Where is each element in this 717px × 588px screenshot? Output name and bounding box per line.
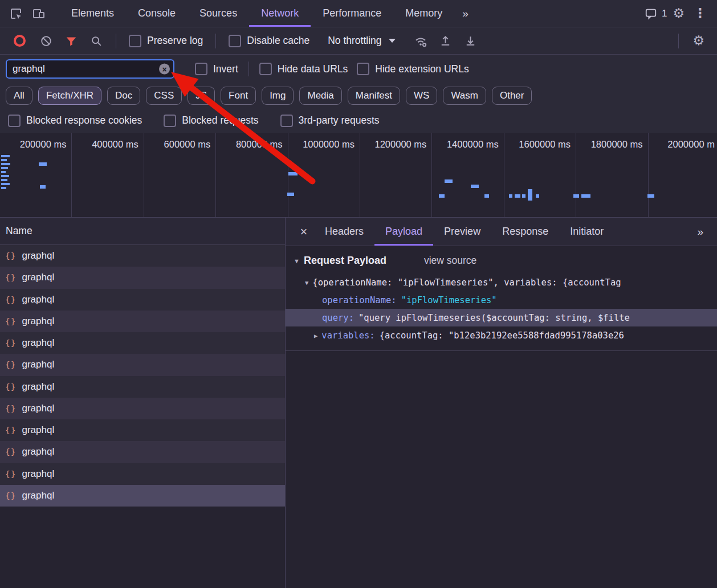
hide-data-urls-checkbox[interactable]: Hide data URLs [259,63,348,75]
devtools-tab[interactable]: Console [126,0,188,27]
type-filter-chip[interactable]: JS [188,87,215,105]
hide-extension-urls-checkbox[interactable]: Hide extension URLs [357,63,469,75]
payload-root-preview: {operationName: "ipFlowTimeseries", vari… [312,277,621,288]
preserve-log-checkbox[interactable]: Preserve log [129,35,203,47]
request-name: graphql [22,468,54,480]
request-row[interactable]: {} graphql [0,485,285,507]
devtools-tab[interactable]: Sources [188,0,249,27]
blocked-requests-checkbox[interactable]: Blocked requests [164,115,258,127]
clear-filter-icon[interactable]: × [159,64,170,75]
type-filter-chip[interactable]: WS [406,87,437,105]
request-payload-header: ▼ Request Payload view source [286,246,717,267]
fetch-xhr-icon: {} [5,404,16,413]
request-list: {} graphql {} graphql {} graphql {} grap… [0,245,285,588]
disable-cache-checkbox[interactable]: Disable cache [229,35,309,47]
payload-operation-name-line[interactable]: operationName: "ipFlowTimeseries" [286,291,717,309]
more-details-tabs-icon[interactable]: » [697,226,717,238]
request-row[interactable]: {} graphql [0,398,285,419]
type-filter-chip[interactable]: Img [262,87,294,105]
inspect-element-icon[interactable] [5,2,27,25]
settings-gear-icon[interactable]: ⚙ [673,7,685,20]
filter-input[interactable] [6,59,174,79]
type-filter-chip[interactable]: Font [221,87,256,105]
type-filter-chip[interactable]: Media [299,87,341,105]
request-row[interactable]: {} graphql [0,267,285,288]
type-filter-chip[interactable]: Other [492,87,532,105]
devtools-tab[interactable]: Performance [311,0,393,27]
resource-type-filters: AllFetch/XHRDocCSSJSFontImgMediaManifest… [0,83,717,108]
payload-variables-line[interactable]: ▶ variables: {accountTag: "b12e3b2192ee5… [286,326,717,344]
kebab-menu-icon[interactable]: ⋮ [690,7,710,20]
request-row[interactable]: {} graphql [0,354,285,375]
waterfall-bar [288,172,298,175]
type-filter-chip[interactable]: Wasm [443,87,486,105]
request-name: graphql [22,490,54,501]
disclosure-expanded-icon[interactable]: ▼ [305,279,308,286]
disclosure-collapsed-icon[interactable]: ▶ [314,332,317,339]
divider [215,34,216,48]
waterfall-bar [509,194,512,198]
devtools-tab[interactable]: Elements [59,0,126,27]
invert-checkbox[interactable]: Invert [195,63,238,75]
devtools-tab[interactable]: Memory [393,0,454,27]
device-toolbar-icon[interactable] [27,2,50,25]
request-row[interactable]: {} graphql [0,311,285,332]
record-button[interactable] [14,35,26,47]
fetch-xhr-icon: {} [5,382,16,391]
details-tabbar: × HeadersPayloadPreviewResponseInitiator… [286,218,717,246]
fetch-xhr-icon: {} [5,360,16,369]
clear-button[interactable] [35,30,58,52]
details-tab[interactable]: Initiator [559,218,614,246]
type-filter-chip[interactable]: All [6,87,32,105]
blocked-response-cookies-checkbox[interactable]: Blocked response cookies [8,115,142,127]
json-key: operationName: [322,295,397,305]
network-settings-gear-icon[interactable]: ⚙ [687,34,710,47]
request-row[interactable]: {} graphql [0,376,285,398]
type-filter-chip[interactable]: Manifest [348,87,400,105]
issues-count: 1 [662,8,667,19]
details-tab[interactable]: Headers [314,218,374,246]
type-filter-chip[interactable]: Doc [107,87,140,105]
more-tabs-icon[interactable]: » [454,7,476,20]
request-row[interactable]: {} graphql [0,463,285,485]
name-column-header[interactable]: Name [0,218,285,245]
import-har-icon[interactable] [434,30,457,52]
type-filter-chip[interactable]: Fetch/XHR [38,87,101,105]
third-party-requests-checkbox[interactable]: 3rd-party requests [280,115,380,127]
request-row[interactable]: {} graphql [0,441,285,463]
issues-button[interactable]: 1 [645,7,667,20]
network-conditions-icon[interactable] [409,30,432,52]
payload-root-line[interactable]: ▼ {operationName: "ipFlowTimeseries", va… [286,273,717,291]
fetch-xhr-icon: {} [5,273,16,282]
network-toolbar: Preserve log Disable cache No throttling [0,27,717,55]
view-source-link[interactable]: view source [424,255,476,267]
waterfall-bar [522,194,525,198]
waterfall-bar [1,187,6,189]
request-name: graphql [22,359,54,370]
export-har-icon[interactable] [459,30,482,52]
fetch-xhr-icon: {} [5,447,16,456]
divider [248,62,249,76]
details-tab[interactable]: Response [491,218,559,246]
devtools-tabbar: ElementsConsoleSourcesNetworkPerformance… [0,0,717,27]
json-key: variables: [321,330,374,341]
devtools-window: ElementsConsoleSourcesNetworkPerformance… [0,0,717,588]
request-row[interactable]: {} graphql [0,289,285,311]
payload-query-line[interactable]: query: "query ipFlowTimeseries($accountT… [286,309,717,326]
waterfall-bar [471,185,479,188]
request-row[interactable]: {} graphql [0,245,285,267]
disclosure-expanded-icon[interactable]: ▼ [294,258,300,264]
close-details-icon[interactable]: × [294,224,314,239]
devtools-tab[interactable]: Network [249,0,311,27]
waterfall-overview[interactable]: 200000 ms400000 ms600000 ms800000 ms1000… [0,133,717,218]
request-row[interactable]: {} graphql [0,419,285,441]
request-row[interactable]: {} graphql [0,332,285,354]
throttling-select[interactable]: No throttling [328,35,395,47]
request-name: graphql [22,272,54,283]
details-tab[interactable]: Preview [433,218,491,246]
search-icon[interactable] [85,30,108,52]
json-key: query: [322,313,354,323]
type-filter-chip[interactable]: CSS [146,87,182,105]
details-tab[interactable]: Payload [374,218,433,246]
filter-funnel-icon[interactable] [60,30,83,52]
